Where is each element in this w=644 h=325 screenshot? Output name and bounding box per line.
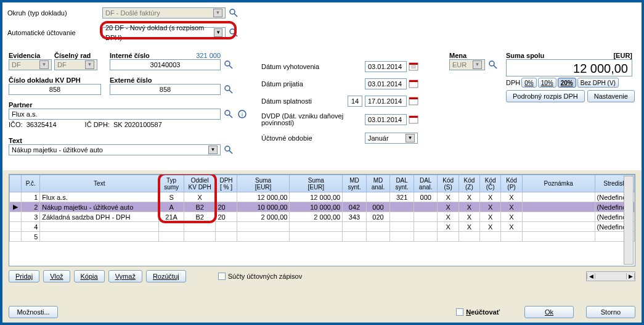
grid-header[interactable]: Kód(Č): [480, 175, 501, 192]
bez-dph-button[interactable]: Bez DPH (V): [577, 78, 619, 88]
grid-header[interactable]: OddielKV DPH: [184, 175, 215, 192]
table-row[interactable]: 1Flux a.s.SX12 000,0012 000,00321000XXXX…: [10, 192, 635, 202]
lookup-icon[interactable]: [228, 27, 239, 38]
lookup-icon[interactable]: [487, 59, 499, 70]
datum-prij-label: Dátum prijatia: [261, 80, 365, 88]
datum-prij-input[interactable]: 03.01.2014: [365, 78, 407, 89]
datum-splat-input[interactable]: 17.01.2014: [365, 96, 407, 107]
evidencia-combo: DF▼: [9, 59, 52, 70]
okruh-combo: DF - Došlé faktúry ▼: [102, 7, 226, 19]
rozuctuj-button[interactable]: Rozúčtuj: [146, 270, 186, 282]
svg-rect-19: [409, 80, 418, 82]
table-row[interactable]: 3Základná sadzba DPH - DPH21AB2202 000,0…: [10, 212, 635, 222]
lookup-icon[interactable]: [223, 144, 234, 155]
svg-point-4: [225, 61, 230, 66]
svg-line-25: [494, 65, 497, 68]
grid-header[interactable]: Kód(Z): [459, 175, 479, 192]
grid-header[interactable]: [10, 175, 22, 192]
dph-10-button[interactable]: 10%: [538, 78, 556, 88]
text-label: Text: [9, 137, 234, 144]
grid-header[interactable]: Typsumy: [159, 175, 184, 192]
kopia-button[interactable]: Kópia: [74, 270, 105, 282]
icdph-label: IČ DPH:: [85, 121, 110, 128]
dropdown-icon[interactable]: ▼: [214, 28, 222, 37]
ico-label: IČO:: [9, 121, 23, 128]
vloz-button[interactable]: Vlož: [43, 270, 70, 282]
grid-vscroll[interactable]: [624, 176, 634, 265]
suma-value[interactable]: 12 000,00: [506, 59, 632, 76]
datum-splat-days[interactable]: 14: [348, 96, 362, 107]
table-row[interactable]: ▶2Nákup majetku - úžitkové autoAB22010 0…: [10, 202, 635, 212]
grid-header[interactable]: MDsynt.: [343, 175, 367, 192]
lookup-icon[interactable]: [223, 84, 234, 95]
dph-20-button[interactable]: 20%: [558, 78, 576, 88]
interne-label: Interné číslo: [110, 52, 150, 59]
sucty-checkbox[interactable]: Súčty účtovných zápisov: [218, 273, 302, 280]
ok-button[interactable]: Ok: [524, 306, 574, 318]
dropdown-icon: ▼: [473, 60, 482, 69]
icdph-value: SK 2020100587: [113, 121, 162, 128]
externe-input[interactable]: 858: [110, 84, 221, 95]
neuctovat-checkbox[interactable]: Neúčtovať: [456, 308, 500, 316]
grid-header[interactable]: DALanal.: [414, 175, 438, 192]
auto-label: Automatické účtovanie: [7, 29, 102, 36]
kvdph-input[interactable]: 858: [9, 84, 101, 95]
grid-header[interactable]: Kód(P): [501, 175, 522, 192]
svg-line-13: [229, 150, 232, 154]
svg-point-12: [225, 146, 230, 151]
podrobny-rozpis-button[interactable]: Podrobný rozpis DPH: [506, 90, 585, 102]
svg-point-8: [225, 110, 230, 115]
lookup-icon[interactable]: [223, 109, 234, 120]
moznosti-button[interactable]: Možnosti...: [9, 306, 58, 318]
dph-label: DPH: [506, 79, 520, 86]
grid-header[interactable]: DALsynt.: [390, 175, 414, 192]
dropdown-icon[interactable]: ▼: [208, 146, 218, 154]
table-row[interactable]: 4XXXX(Nedefino: [10, 222, 635, 232]
dvdp-input[interactable]: 03.01.2014: [365, 114, 407, 125]
grid-header[interactable]: DPH[ % ]: [216, 175, 237, 192]
auto-combo[interactable]: 20 DF - Nový doklad (s rozpisom DPH) ▼: [102, 27, 226, 38]
vymaz-button[interactable]: Vymaž: [108, 270, 142, 282]
dropdown-icon: ▼: [39, 60, 49, 69]
lookup-icon[interactable]: [223, 59, 234, 70]
grid-header[interactable]: Suma[EUR]: [237, 175, 290, 192]
partner-input[interactable]: Flux a.s.: [9, 109, 221, 120]
calendar-icon[interactable]: [408, 78, 419, 89]
svg-point-6: [225, 86, 230, 91]
externe-label: Externé číslo: [110, 76, 234, 84]
svg-point-2: [230, 29, 235, 34]
datum-vyhot-label: Dátum vyhotovenia: [261, 63, 365, 70]
grid-header[interactable]: Text: [40, 175, 159, 192]
nastavenie-button[interactable]: Nastavenie: [587, 90, 635, 102]
svg-point-24: [489, 61, 494, 66]
table-row[interactable]: 5: [10, 232, 635, 242]
calendar-icon[interactable]: [408, 114, 419, 125]
grid-header[interactable]: Suma[EUR]: [290, 175, 343, 192]
grid-header[interactable]: P.č.: [22, 175, 40, 192]
calendar-icon[interactable]: [408, 96, 419, 107]
obdobie-combo[interactable]: Január▼: [365, 133, 418, 144]
suma-unit: [EUR]: [613, 52, 632, 59]
pridaj-button[interactable]: Pridaj: [9, 270, 39, 282]
dropdown-icon[interactable]: ▼: [406, 134, 415, 142]
lookup-icon[interactable]: [228, 7, 239, 19]
svg-line-7: [229, 90, 232, 93]
grid-header[interactable]: MDanal.: [366, 175, 390, 192]
svg-rect-21: [409, 97, 418, 99]
storno-button[interactable]: Storno: [586, 306, 635, 318]
grid-hscroll[interactable]: ◀▶: [586, 271, 635, 281]
ciselny-label: Číselný rad: [54, 52, 97, 59]
calendar-icon[interactable]: [408, 61, 419, 72]
ciselny-combo: DF▼: [54, 59, 97, 70]
interne-badge: 321 000: [196, 52, 221, 59]
svg-text:i: i: [242, 112, 243, 118]
dph-0-button[interactable]: 0%: [521, 78, 536, 88]
info-icon[interactable]: i: [237, 109, 248, 120]
interne-input[interactable]: 30140003: [110, 59, 221, 70]
obdobie-label: Účtovné obdobie: [261, 134, 365, 142]
text-combo[interactable]: Nákup majetku - úžitkové auto▼: [9, 144, 221, 155]
grid-header[interactable]: Kód(S): [438, 175, 459, 192]
evidencia-label: Evidencia: [9, 52, 52, 59]
datum-vyhot-input[interactable]: 03.01.2014: [365, 61, 407, 72]
grid-header[interactable]: Poznámka: [522, 175, 595, 192]
